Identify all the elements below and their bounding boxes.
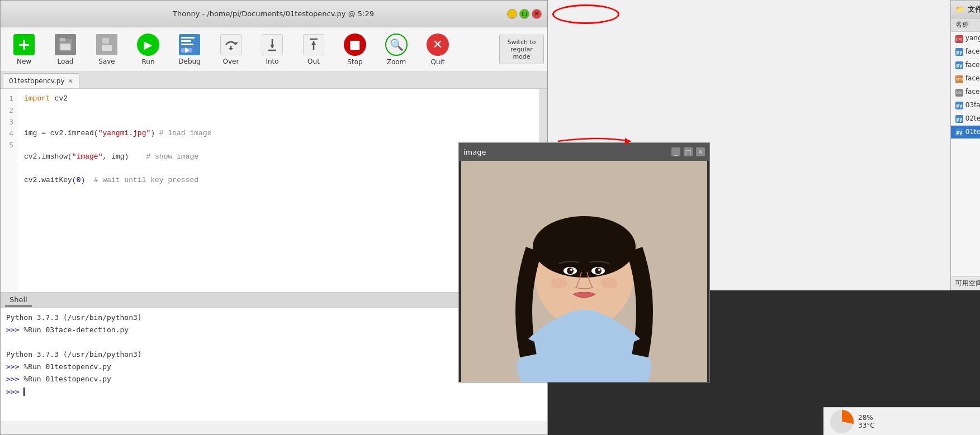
out-icon: [303, 34, 324, 55]
image-close-button[interactable]: ✕: [696, 147, 705, 156]
zoom-label: Zoom: [387, 58, 406, 66]
jpg-file-icon: jpg: [955, 35, 963, 43]
zoom-icon: 🔍: [385, 34, 408, 56]
thonny-titlebar: Thonny - /home/pi/Documents/01testopencv…: [1, 1, 547, 27]
into-label: Into: [266, 58, 278, 65]
out-label: Out: [307, 58, 320, 65]
thonny-title: Thonny - /home/pi/Documents/01testopencv…: [40, 9, 507, 18]
fm-file-row[interactable]: py face-detection-camera.py 1.5 KB 2020年…: [951, 59, 980, 72]
shell-input-line[interactable]: >>>: [6, 386, 542, 398]
tab-close-button[interactable]: ✕: [68, 78, 73, 85]
save-label: Save: [98, 58, 115, 65]
thonny-wm-buttons: _ □ ✕: [507, 9, 542, 19]
fm-file-name: py face-detectionold.py: [951, 45, 980, 59]
editor-tab[interactable]: 01testopencv.py ✕: [3, 73, 79, 88]
image-maximize-button[interactable]: □: [684, 147, 693, 156]
svg-point-26: [551, 278, 567, 289]
py-file-icon: py: [955, 48, 963, 56]
storage-temp: 33°C: [858, 422, 875, 429]
maximize-button[interactable]: □: [519, 9, 529, 19]
image-title: image: [463, 148, 486, 156]
fm-file-list: jpg yangmi.jpg 24.0 KB 2020年11月13日 14:12…: [951, 32, 980, 139]
editor-tab-bar: 01testopencv.py ✕: [1, 72, 547, 89]
quit-label: Quit: [430, 58, 444, 66]
debug-button[interactable]: Debug: [169, 31, 210, 69]
storage-pie-chart: [830, 410, 854, 433]
over-icon: [220, 34, 242, 55]
image-minimize-button[interactable]: _: [671, 147, 680, 156]
storage-indicator: 28% 33°C: [823, 407, 980, 435]
close-button[interactable]: ✕: [532, 9, 542, 19]
xml-file-icon: xml: [955, 75, 963, 83]
svg-marker-10: [270, 45, 274, 48]
into-icon: [262, 34, 283, 55]
svg-point-27: [601, 278, 618, 289]
debug-icon: [179, 34, 200, 55]
stop-label: Stop: [347, 58, 362, 66]
fm-titlebar: 📁 文件系统根目录: [951, 1, 980, 18]
fm-file-name: xml face-detection-adas-0001.xml: [951, 72, 980, 85]
shell-tab[interactable]: Shell: [5, 294, 32, 307]
fm-col-name: 名称: [951, 18, 980, 32]
tab-label: 01testopencv.py: [9, 77, 65, 85]
fm-file-row[interactable]: py face-detectionold.py 864 字节 2020年11月1…: [951, 45, 980, 59]
load-icon: [55, 34, 76, 55]
fm-file-name: py 02testcv2camera.py: [951, 112, 980, 126]
svg-point-25: [598, 269, 600, 271]
save-button[interactable]: Save: [87, 31, 127, 69]
fm-file-name: py face-detection-camera.py: [951, 59, 980, 72]
fm-file-row[interactable]: jpg yangmi.jpg 24.0 KB 2020年11月13日 14:12: [951, 32, 980, 45]
stop-icon: ■: [344, 34, 366, 56]
stop-button[interactable]: ■ Stop: [335, 31, 375, 69]
svg-point-24: [570, 269, 572, 271]
line-numbers: 1 2 3 4 5: [1, 89, 17, 292]
svg-rect-1: [60, 38, 65, 41]
load-button[interactable]: Load: [45, 31, 86, 69]
zoom-button[interactable]: 🔍 Zoom: [376, 31, 416, 69]
storage-percentage: 28%: [858, 414, 875, 422]
fm-file-row[interactable]: py 01testopencv.py 137 字节 2020年11月15日 14…: [951, 126, 980, 139]
image-window: image _ □ ✕: [458, 142, 710, 383]
py-file-icon: py: [955, 115, 963, 123]
debug-label: Debug: [178, 58, 200, 65]
new-icon: +: [13, 34, 35, 55]
fm-file-name: py 03face-detection.py: [951, 99, 980, 112]
fm-statusbar: 可用空间：23.8 GB(共：29.0 GB): [951, 276, 980, 290]
svg-point-23: [595, 267, 602, 274]
fm-file-row[interactable]: xml face-detection-adas-0001.xml 88.6 KB…: [951, 72, 980, 85]
new-label: New: [17, 58, 31, 65]
toolbar: + New Load Save: [1, 27, 547, 72]
fm-file-name: jpg yangmi.jpg: [951, 32, 980, 45]
image-content: [459, 161, 709, 382]
quit-button[interactable]: ✕ Quit: [418, 31, 458, 69]
switch-mode-button[interactable]: Switch to regular mode: [499, 35, 544, 64]
svg-point-22: [567, 267, 574, 274]
fm-file-name: bin face-detection-adas-0001.bin: [951, 85, 980, 99]
py-file-icon: py: [955, 102, 963, 109]
over-button[interactable]: Over: [211, 31, 251, 69]
save-icon: [96, 34, 117, 55]
load-label: Load: [58, 58, 74, 65]
new-button[interactable]: + New: [4, 31, 44, 69]
image-titlebar: image _ □ ✕: [459, 143, 709, 161]
fm-file-row[interactable]: py 03face-detection.py 439 字节 2020年11月15…: [951, 99, 980, 112]
portrait-image: [461, 161, 707, 382]
svg-rect-5: [102, 45, 112, 51]
svg-marker-13: [311, 41, 316, 45]
fm-file-name: py 01testopencv.py: [951, 126, 980, 139]
into-button[interactable]: Into: [252, 31, 292, 69]
image-wm-buttons: _ □ ✕: [671, 147, 705, 156]
quit-icon: ✕: [427, 34, 449, 56]
run-icon: ▶: [137, 34, 159, 56]
py-file-icon: py: [955, 128, 963, 136]
svg-rect-2: [60, 44, 70, 50]
out-button[interactable]: Out: [293, 31, 334, 69]
run-label: Run: [141, 58, 154, 66]
minimize-button[interactable]: _: [507, 9, 517, 19]
file-manager: 📁 文件系统根目录 名称 大小 修改日期 jpg yangmi.jpg 24.0…: [950, 0, 980, 290]
run-button[interactable]: ▶ Run: [128, 31, 168, 69]
svg-marker-8: [229, 48, 233, 50]
fm-file-row[interactable]: bin face-detection-adas-0001.bin 2.0 MB …: [951, 85, 980, 99]
fm-file-row[interactable]: py 02testcv2camera.py 460 字节 2020年11月14日…: [951, 112, 980, 126]
svg-rect-4: [102, 38, 109, 44]
